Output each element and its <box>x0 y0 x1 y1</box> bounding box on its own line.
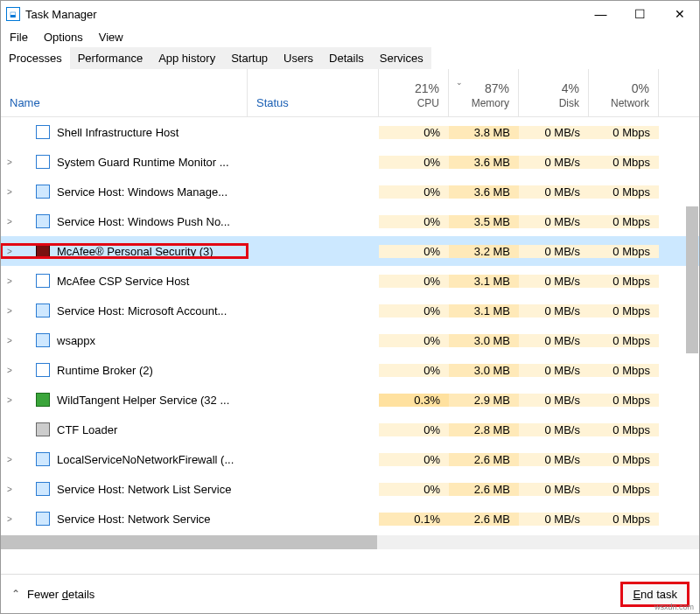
process-icon <box>36 363 50 377</box>
task-manager-window: ⬓ Task Manager — ☐ ✕ File Options View P… <box>0 0 700 614</box>
table-row[interactable]: >Service Host: Network List Service0%2.6… <box>1 474 699 504</box>
minimize-button[interactable]: — <box>581 1 620 27</box>
disk-percent: 4% <box>562 81 579 95</box>
process-name-cell[interactable]: CTF Loader <box>1 422 248 436</box>
menu-view[interactable]: View <box>99 31 123 44</box>
process-memory: 3.0 MB <box>449 364 519 377</box>
process-network: 0 Mbps <box>589 453 659 466</box>
fewer-details-label: Fewer details <box>27 588 94 601</box>
watermark: wsxdn.com <box>654 603 694 611</box>
process-table: Name Status 21% CPU ⌄ 87% Memory 4% Disk… <box>1 69 699 574</box>
table-row[interactable]: CTF Loader0%2.8 MB0 MB/s0 Mbps <box>1 415 699 444</box>
process-name-cell[interactable]: >System Guard Runtime Monitor ... <box>1 155 248 169</box>
expand-icon[interactable]: > <box>1 306 18 316</box>
table-row[interactable]: >Service Host: Windows Manage...0%3.6 MB… <box>1 177 699 206</box>
col-header-status[interactable]: Status <box>248 69 379 116</box>
expand-icon[interactable]: > <box>1 157 18 167</box>
process-memory: 3.2 MB <box>449 245 519 258</box>
table-row[interactable]: >System Guard Runtime Monitor ...0%3.6 M… <box>1 147 699 177</box>
tab-users[interactable]: Users <box>276 47 321 69</box>
titlebar[interactable]: ⬓ Task Manager — ☐ ✕ <box>1 1 699 27</box>
process-memory: 2.6 MB <box>449 453 519 466</box>
process-cpu: 0% <box>379 245 449 258</box>
col-header-memory[interactable]: ⌄ 87% Memory <box>449 69 519 116</box>
process-icon <box>36 482 50 496</box>
col-header-cpu[interactable]: 21% CPU <box>379 69 449 116</box>
col-header-network[interactable]: 0% Network <box>589 69 659 116</box>
process-rows[interactable]: Shell Infrastructure Host0%3.8 MB0 MB/s0… <box>1 117 699 535</box>
process-memory: 3.1 MB <box>449 275 519 288</box>
process-name-cell[interactable]: >Runtime Broker (2) <box>1 363 248 377</box>
expand-icon[interactable]: > <box>1 276 18 286</box>
table-row[interactable]: >Service Host: Network Service0.1%2.6 MB… <box>1 504 699 534</box>
process-network: 0 Mbps <box>589 334 659 347</box>
cpu-label: CPU <box>417 97 439 109</box>
tab-startup[interactable]: Startup <box>223 47 276 69</box>
process-cpu: 0% <box>379 423 449 436</box>
process-name-cell[interactable]: >Service Host: Windows Push No... <box>1 214 248 228</box>
tab-processes[interactable]: Processes <box>1 47 70 69</box>
network-label: Network <box>611 97 649 109</box>
process-name: System Guard Runtime Monitor ... <box>57 156 229 169</box>
process-name: McAfee® Personal Security (3) <box>57 245 214 258</box>
table-row[interactable]: Shell Infrastructure Host0%3.8 MB0 MB/s0… <box>1 117 699 147</box>
process-memory: 2.8 MB <box>449 423 519 436</box>
table-row[interactable]: >Service Host: Windows Push No...0%3.5 M… <box>1 206 699 236</box>
process-memory: 2.6 MB <box>449 483 519 496</box>
table-row[interactable]: >McAfee® Personal Security (3)0%3.2 MB0 … <box>1 236 699 266</box>
process-name-cell[interactable]: >Service Host: Network Service <box>1 512 248 526</box>
process-disk: 0 MB/s <box>519 394 589 407</box>
app-icon: ⬓ <box>6 7 20 21</box>
sort-indicator-icon: ⌄ <box>456 78 463 87</box>
menu-options[interactable]: Options <box>44 31 83 44</box>
vertical-scroll-thumb[interactable] <box>686 206 698 353</box>
table-row[interactable]: >Runtime Broker (2)0%3.0 MB0 MB/s0 Mbps <box>1 355 699 385</box>
table-row[interactable]: >Service Host: Microsoft Account...0%3.1… <box>1 296 699 325</box>
expand-icon[interactable]: > <box>1 455 18 464</box>
process-name-cell[interactable]: >wsappx <box>1 333 248 347</box>
tab-performance[interactable]: Performance <box>70 47 150 69</box>
expand-icon[interactable]: > <box>1 395 18 405</box>
expand-icon[interactable]: > <box>1 514 18 524</box>
table-row[interactable]: >McAfee CSP Service Host0%3.1 MB0 MB/s0 … <box>1 266 699 296</box>
process-name-cell[interactable]: >McAfee® Personal Security (3) <box>1 244 248 258</box>
expand-icon[interactable]: > <box>1 485 18 494</box>
process-cpu: 0% <box>379 215 449 228</box>
footer: ⌃ Fewer details End task <box>1 574 699 613</box>
expand-icon[interactable]: > <box>1 247 18 256</box>
process-disk: 0 MB/s <box>519 513 589 526</box>
vertical-scrollbar[interactable] <box>686 75 698 486</box>
table-header: Name Status 21% CPU ⌄ 87% Memory 4% Disk… <box>1 69 699 117</box>
tab-services[interactable]: Services <box>372 47 431 69</box>
process-name-cell[interactable]: >Service Host: Network List Service <box>1 482 248 496</box>
horizontal-scroll-thumb[interactable] <box>1 535 377 549</box>
process-icon <box>36 304 50 317</box>
process-name-cell[interactable]: Shell Infrastructure Host <box>1 125 248 139</box>
table-row[interactable]: >wsappx0%3.0 MB0 MB/s0 Mbps <box>1 325 699 355</box>
expand-icon[interactable]: > <box>1 366 18 375</box>
maximize-button[interactable]: ☐ <box>620 1 660 27</box>
process-name-cell[interactable]: >Service Host: Windows Manage... <box>1 185 248 199</box>
tab-app-history[interactable]: App history <box>150 47 223 69</box>
close-button[interactable]: ✕ <box>660 1 699 27</box>
col-header-name[interactable]: Name <box>1 69 248 116</box>
process-name: McAfee CSP Service Host <box>57 275 189 288</box>
process-name-cell[interactable]: >LocalServiceNoNetworkFirewall (... <box>1 452 248 466</box>
process-name-cell[interactable]: >Service Host: Microsoft Account... <box>1 304 248 317</box>
expand-icon[interactable]: > <box>1 217 18 227</box>
fewer-details-button[interactable]: ⌃ Fewer details <box>11 588 94 601</box>
process-cpu: 0% <box>379 126 449 139</box>
process-cpu: 0.1% <box>379 513 449 526</box>
table-row[interactable]: >WildTangent Helper Service (32 ...0.3%2… <box>1 385 699 415</box>
process-cpu: 0% <box>379 304 449 317</box>
expand-icon[interactable]: > <box>1 187 18 197</box>
horizontal-scrollbar[interactable] <box>1 535 699 549</box>
tab-details[interactable]: Details <box>321 47 372 69</box>
process-name: Runtime Broker (2) <box>57 364 153 377</box>
expand-icon[interactable]: > <box>1 336 18 345</box>
process-name-cell[interactable]: >WildTangent Helper Service (32 ... <box>1 393 248 407</box>
process-name-cell[interactable]: >McAfee CSP Service Host <box>1 274 248 288</box>
menu-file[interactable]: File <box>10 31 28 44</box>
table-row[interactable]: >LocalServiceNoNetworkFirewall (...0%2.6… <box>1 444 699 474</box>
col-header-disk[interactable]: 4% Disk <box>519 69 589 116</box>
